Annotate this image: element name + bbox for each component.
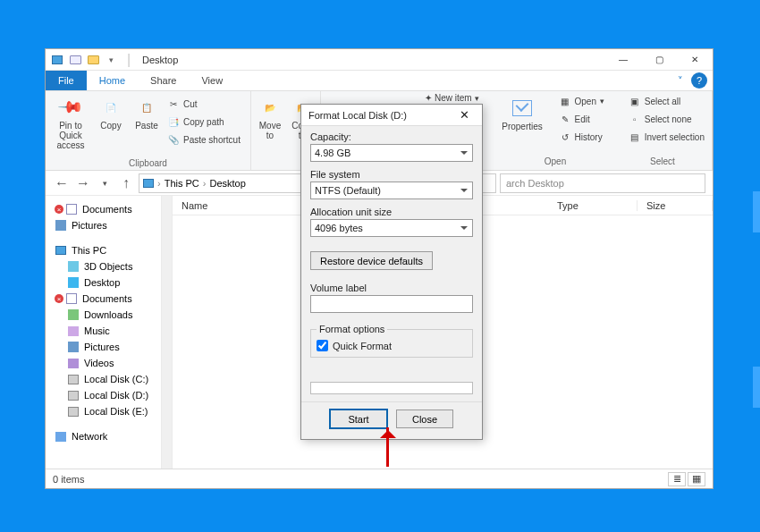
copy-icon: 📄 <box>97 94 124 121</box>
invert-selection-icon: ▤ <box>629 131 641 143</box>
tab-home[interactable]: Home <box>87 71 138 90</box>
quick-format-label: Quick Format <box>333 341 392 351</box>
column-type[interactable]: Type <box>548 200 638 211</box>
tree-item-videos[interactable]: Videos <box>46 355 161 371</box>
new-item-icon: ✦ <box>425 93 432 103</box>
navigation-pane[interactable]: ×Documents Pictures This PC 3D Objects D… <box>46 196 162 469</box>
dialog-close-action-button[interactable]: Close <box>396 410 453 428</box>
error-badge-icon: × <box>55 205 63 214</box>
cut-button[interactable]: ✂Cut <box>167 96 241 112</box>
tree-item-3d-objects[interactable]: 3D Objects <box>46 258 161 274</box>
tree-item-downloads[interactable]: Downloads <box>46 307 161 323</box>
qat-sep: | <box>121 52 137 68</box>
volume-label-input[interactable] <box>310 295 473 313</box>
annotation-arrow-shaft <box>386 427 389 467</box>
nav-recent-button[interactable]: ▾ <box>96 174 114 192</box>
properties-icon <box>512 100 532 116</box>
nav-forward-button[interactable]: → <box>74 174 92 192</box>
breadcrumb-segment[interactable]: Desktop <box>209 178 245 189</box>
edit-icon: ✎ <box>559 113 571 125</box>
tree-item-desktop[interactable]: Desktop <box>46 274 161 291</box>
status-bar: 0 items ≣ ▦ <box>46 469 713 488</box>
window-title: Desktop <box>137 55 178 65</box>
format-options-group: Format options Quick Format <box>310 324 473 358</box>
tree-item-documents[interactable]: ×Documents <box>46 201 161 217</box>
tab-view[interactable]: View <box>189 71 235 90</box>
format-options-legend: Format options <box>317 324 387 334</box>
nav-scrollbar[interactable] <box>162 196 173 469</box>
copy-button[interactable]: 📄 Copy <box>96 94 126 131</box>
select-all-button[interactable]: ▣Select all <box>629 93 705 109</box>
tree-item-music[interactable]: Music <box>46 323 161 339</box>
qat-save-icon[interactable] <box>67 52 83 68</box>
paste-icon: 📋 <box>133 94 160 121</box>
properties-button[interactable]: Properties <box>502 95 542 131</box>
dialog-title-bar: Format Local Disk (D:) ✕ <box>301 105 482 126</box>
paste-shortcut-icon: 📎 <box>167 133 180 146</box>
title-bar: ▾ | Desktop — ▢ ✕ <box>46 49 713 71</box>
nav-up-button[interactable]: ↑ <box>117 174 135 192</box>
open-button[interactable]: ▦Open ▾ <box>559 93 604 109</box>
edit-button[interactable]: ✎Edit <box>559 111 604 127</box>
start-button[interactable]: Start <box>330 410 387 428</box>
tab-file[interactable]: File <box>46 71 87 90</box>
tree-item-pictures-2[interactable]: Pictures <box>46 339 161 355</box>
select-all-icon: ▣ <box>629 95 641 107</box>
tree-item-documents-2[interactable]: ×Documents <box>46 291 161 307</box>
tree-item-disk-d[interactable]: Local Disk (D:) <box>46 387 161 403</box>
dialog-title: Format Local Disk (D:) <box>308 110 407 121</box>
qat-dropdown-icon[interactable]: ▾ <box>103 52 119 68</box>
new-item-button[interactable]: ✦ New item ▾ <box>425 93 479 103</box>
history-button[interactable]: ↺History <box>559 129 604 145</box>
capacity-combo[interactable]: 4.98 GB <box>310 144 473 162</box>
tree-item-disk-c[interactable]: Local Disk (C:) <box>46 371 161 387</box>
close-button[interactable]: ✕ <box>677 49 713 71</box>
filesystem-combo[interactable]: NTFS (Default) <box>310 182 473 199</box>
search-input[interactable]: arch Desktop <box>500 173 705 193</box>
tab-share[interactable]: Share <box>138 71 189 90</box>
tree-item-disk-e[interactable]: Local Disk (E:) <box>46 403 161 419</box>
volume-label-label: Volume label <box>310 283 473 293</box>
cut-icon: ✂ <box>167 97 180 110</box>
move-to-button[interactable]: 📂 Move to <box>257 94 283 140</box>
open-icon: ▦ <box>559 95 571 107</box>
paste-shortcut-button[interactable]: 📎Paste shortcut <box>167 131 241 148</box>
decorative-accent <box>753 191 760 232</box>
restore-defaults-button[interactable]: Restore device defaults <box>310 251 433 270</box>
group-label-open: Open <box>533 156 578 168</box>
group-label-clipboard: Clipboard <box>51 158 245 170</box>
quick-format-checkbox[interactable] <box>317 340 328 351</box>
select-none-icon: ▫ <box>629 113 641 125</box>
error-badge-icon: × <box>55 294 63 303</box>
view-icons-button[interactable]: ▦ <box>688 472 705 486</box>
select-none-button[interactable]: ▫Select none <box>629 111 705 127</box>
breadcrumb-segment[interactable]: This PC <box>165 178 199 189</box>
pin-icon: 📌 <box>56 93 84 121</box>
view-details-button[interactable]: ≣ <box>668 472 686 486</box>
nav-back-button[interactable]: ← <box>53 174 71 192</box>
decorative-accent <box>753 367 760 408</box>
ribbon-collapse-icon[interactable]: ˅ <box>670 71 691 90</box>
qat-folder-icon[interactable] <box>85 52 101 68</box>
app-icon <box>49 52 65 68</box>
copy-path-button[interactable]: 📑Copy path <box>167 114 241 130</box>
history-icon: ↺ <box>559 131 571 143</box>
allocation-combo[interactable]: 4096 bytes <box>310 219 473 237</box>
format-dialog: Format Local Disk (D:) ✕ Capacity: 4.98 … <box>300 104 483 440</box>
copy-path-icon: 📑 <box>167 115 180 128</box>
tree-item-pictures[interactable]: Pictures <box>46 217 161 233</box>
maximize-button[interactable]: ▢ <box>641 49 677 71</box>
paste-button[interactable]: 📋 Paste <box>131 94 162 131</box>
pin-to-quick-access-button[interactable]: 📌 Pin to Quick access <box>51 94 90 150</box>
invert-selection-button[interactable]: ▤Invert selection <box>629 129 705 145</box>
column-size[interactable]: Size <box>638 200 713 211</box>
minimize-button[interactable]: — <box>605 49 641 71</box>
filesystem-label: File system <box>310 169 473 180</box>
help-icon[interactable]: ? <box>691 72 707 89</box>
pc-icon <box>143 179 154 188</box>
group-label-select: Select <box>640 156 685 168</box>
dialog-close-button[interactable]: ✕ <box>453 108 475 122</box>
tree-item-this-pc[interactable]: This PC <box>46 242 161 258</box>
move-to-icon: 📂 <box>257 94 283 121</box>
tree-item-network[interactable]: Network <box>46 428 161 444</box>
